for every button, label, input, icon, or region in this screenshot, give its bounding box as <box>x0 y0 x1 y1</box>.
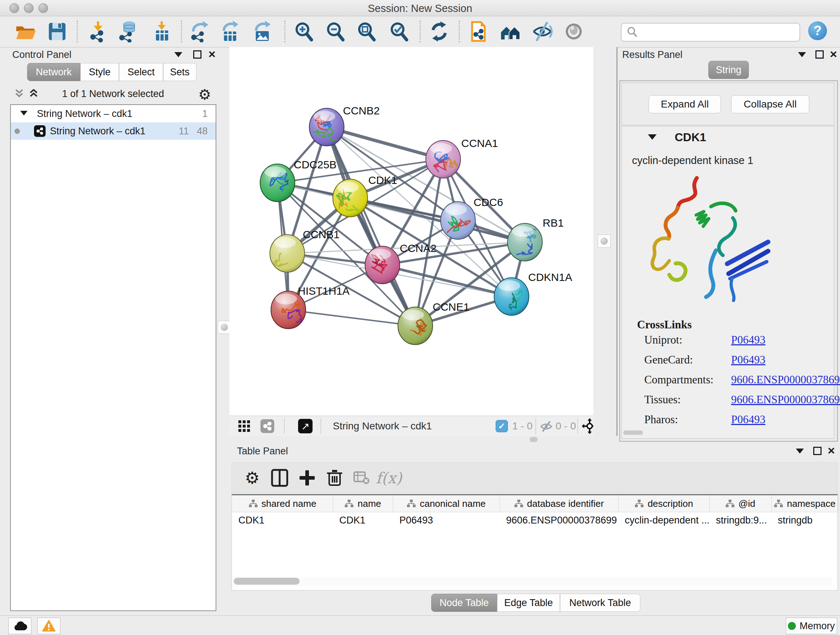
panel-menu-icon[interactable] <box>174 52 182 57</box>
network-share-button[interactable] <box>261 419 274 433</box>
help-button[interactable]: ? <box>808 21 827 40</box>
table-options-gear-icon[interactable]: ⚙ <box>240 466 264 489</box>
import-network-file-button[interactable] <box>87 20 110 43</box>
zoom-fit-button[interactable] <box>355 20 378 43</box>
open-session-button[interactable] <box>14 20 37 43</box>
table-hscrollbar-thumb[interactable] <box>234 578 300 585</box>
gene-collapse-icon[interactable] <box>648 134 657 140</box>
save-session-button[interactable] <box>46 20 69 43</box>
hide-unhide-button[interactable] <box>531 20 554 43</box>
birdseye-grid-button[interactable] <box>238 420 250 432</box>
node-CCNB1[interactable] <box>270 234 305 272</box>
import-network-database-button[interactable] <box>117 20 140 43</box>
cell-description[interactable]: cyclin-dependent ... <box>618 512 709 529</box>
crosslink-link[interactable]: 9606.ENSP00000378699 <box>731 373 840 386</box>
cell-name[interactable]: CDK1 <box>333 512 393 529</box>
table-hscrollbar[interactable] <box>233 577 832 586</box>
import-table-file-button[interactable] <box>150 20 173 43</box>
tab-select[interactable]: Select <box>119 63 163 81</box>
panel-float-icon[interactable] <box>815 50 824 59</box>
network-canvas[interactable]: CCNB2CCNA1CDC25BCDK1CDC6RB1CCNB1CCNA2CDK… <box>229 47 593 416</box>
column-header-namespace[interactable]: namespace <box>771 495 838 512</box>
right-splitter-handle[interactable] <box>598 234 611 248</box>
tab-string[interactable]: String <box>708 61 749 79</box>
collection-expand-icon[interactable] <box>20 111 27 116</box>
table-panel-title: Table Panel <box>237 446 288 457</box>
column-header-description[interactable]: description <box>618 495 710 512</box>
cloud-icon <box>13 621 27 631</box>
cell--id[interactable]: stringdb:9... <box>709 512 771 529</box>
show-columns-button[interactable] <box>268 466 291 489</box>
delete-column-button[interactable] <box>323 466 346 489</box>
column-header-shared-name[interactable]: shared name <box>232 495 333 512</box>
crosslink-link[interactable]: P06493 <box>731 333 766 347</box>
tab-network-table[interactable]: Network Table <box>560 594 640 612</box>
crosslink-link[interactable]: P06493 <box>731 413 766 426</box>
node-table[interactable]: shared namenamecanonical namedatabase id… <box>232 494 838 591</box>
zoom-selected-button[interactable] <box>387 20 411 43</box>
search-input[interactable] <box>639 27 799 38</box>
panel-close-icon[interactable]: × <box>830 50 837 57</box>
warning-status-button[interactable] <box>37 618 60 634</box>
node-CDC25B[interactable] <box>260 164 295 202</box>
show-eye-button[interactable] <box>562 20 585 43</box>
node-CCNB2[interactable] <box>309 108 344 146</box>
panel-close-icon[interactable]: × <box>828 447 835 454</box>
panel-menu-icon[interactable] <box>798 52 806 57</box>
home-networks-button[interactable] <box>499 20 522 43</box>
export-image-button[interactable] <box>251 20 274 43</box>
cell-database-identifier[interactable]: 9606.ENSP00000378699 <box>500 512 618 529</box>
results-panel-title: Results Panel <box>622 49 683 60</box>
panel-close-icon[interactable]: × <box>208 50 216 57</box>
export-network-button[interactable] <box>188 20 211 43</box>
column-header--id[interactable]: @id <box>709 495 772 512</box>
node-CCNA2[interactable] <box>365 246 400 284</box>
column-header-canonical-name[interactable]: canonical name <box>393 495 500 512</box>
zoom-out-button[interactable] <box>324 20 347 43</box>
network-row[interactable]: String Network – cdk1 11 48 <box>11 122 216 140</box>
panel-float-icon[interactable] <box>193 50 202 59</box>
hidden-eye-slash-icon[interactable] <box>540 421 553 432</box>
import-table-icon <box>151 21 172 42</box>
node-RB1[interactable] <box>508 223 542 261</box>
column-header-database-identifier[interactable]: database identifier <box>500 495 619 512</box>
node-CDKN1A[interactable] <box>494 278 529 315</box>
cell-canonical-name[interactable]: P06493 <box>393 512 500 529</box>
cloud-status-button[interactable] <box>8 618 32 634</box>
zoom-in-button[interactable] <box>292 20 316 43</box>
network-graph[interactable]: CCNB2CCNA1CDC25BCDK1CDC6RB1CCNB1CCNA2CDK… <box>229 47 593 416</box>
selected-checkbox-icon[interactable]: ✓ <box>496 420 508 432</box>
node-CDC6[interactable] <box>441 202 475 239</box>
open-in-window-button[interactable]: ↗ <box>298 419 313 433</box>
tab-edge-table[interactable]: Edge Table <box>497 594 560 612</box>
create-column-button[interactable] <box>295 466 319 489</box>
node-label-CCNB2: CCNB2 <box>343 105 380 117</box>
share-session-file-button[interactable] <box>467 20 490 43</box>
tab-node-table[interactable]: Node Table <box>431 594 497 612</box>
node-CCNE1[interactable] <box>398 307 433 345</box>
cell-namespace[interactable]: stringdb <box>771 512 838 529</box>
crosslink-link[interactable]: 9606.ENSP00000378699 <box>731 393 840 406</box>
tab-network[interactable]: Network <box>27 63 80 81</box>
tab-sets[interactable]: Sets <box>163 63 196 81</box>
column-header-name[interactable]: name <box>333 495 393 512</box>
tab-style[interactable]: Style <box>80 63 119 81</box>
node-CCNA1[interactable] <box>426 141 461 178</box>
memory-button[interactable]: Memory <box>786 618 837 634</box>
panel-menu-icon[interactable] <box>796 448 804 454</box>
left-splitter-handle[interactable] <box>218 321 231 334</box>
expand-all-button[interactable]: Expand All <box>649 95 721 113</box>
crosslink-link[interactable]: P06493 <box>731 353 766 366</box>
refresh-view-button[interactable] <box>428 20 451 43</box>
collapse-all-button[interactable]: Collapse All <box>731 95 809 113</box>
cell-shared-name[interactable]: CDK1 <box>232 512 333 529</box>
export-table-button[interactable] <box>219 20 242 43</box>
node-CDK1[interactable] <box>333 179 368 217</box>
panel-float-icon[interactable] <box>813 447 821 455</box>
edge-HIST1H1A-CCNE1[interactable] <box>288 310 415 326</box>
table-data-row[interactable]: CDK1CDK1P064939606.ENSP00000378699cyclin… <box>232 512 837 529</box>
horizontal-splitter-handle[interactable] <box>530 437 538 442</box>
card-scrollbar-thumb[interactable] <box>623 431 643 435</box>
network-options-gear-icon[interactable]: ⚙ <box>198 86 211 103</box>
network-collection-row[interactable]: String Network – cdk1 1 <box>11 105 216 122</box>
